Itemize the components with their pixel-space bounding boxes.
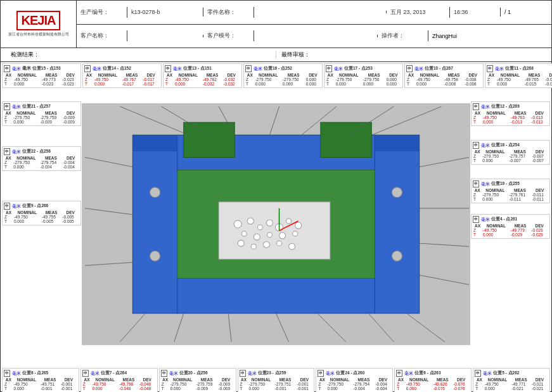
mm-label-pos16: 毫米 bbox=[254, 66, 262, 72]
mm-label-pos17: 毫米 bbox=[334, 66, 343, 72]
main-area: 申 毫米 毫米 位置15 - 点153 AXNOMINALMEASDEV Z-4… bbox=[1, 62, 551, 392]
pos14-table: AXNOMINALMEASDEV Z-49.750-49.767-0.017 T… bbox=[84, 73, 160, 86]
final-review-cell: 最终审核： bbox=[276, 51, 546, 59]
svg-point-24 bbox=[263, 241, 269, 248]
date-cell: 五月 23, 2013 bbox=[387, 7, 450, 18]
pos16-box: 申 毫米 位置16 - 点252 AXNOMINALMEASDEV Z-279.… bbox=[243, 63, 323, 88]
svg-rect-3 bbox=[375, 135, 419, 313]
pos16-table: AXNOMINALMEASDEV Z-279.750-279.7500.000 … bbox=[245, 73, 321, 86]
pos11-box: 申 毫米 位置11 - 点268 AXNOMINALMEASDEV Z-49.7… bbox=[485, 63, 552, 88]
pos10-table: AXNOMINALMEASDEV Z-49.750-49.758-0.008 T… bbox=[406, 73, 482, 86]
header-row-1: 生产编号： k13-0278-b 零件名称： 五月 23, 2013 16:36 bbox=[77, 1, 551, 25]
mm-label-pos15: 毫米 bbox=[12, 66, 21, 72]
logo-text: KEJIA bbox=[22, 13, 56, 28]
operator-label: 操作者： bbox=[382, 32, 404, 40]
pos21-box: 申 毫米 位置21 - 点257 AXNOMINALMEASDEV Z-279.… bbox=[2, 101, 81, 126]
pos15-title: 毫米 位置15 - 点153 bbox=[22, 66, 61, 72]
pos19-box: 申 毫米 位置19 - 点255 AXNOMINALMEASDEV Z-279.… bbox=[471, 179, 550, 203]
pos18-box: 申 毫米 位置18 - 点254 AXNOMINALMEASDEV Z-279.… bbox=[471, 140, 550, 165]
right-boxes: 申 毫米 位置12 - 点269 AXNOMINALMEASDEV Z-49.7… bbox=[471, 101, 550, 239]
customer-model-value-cell bbox=[254, 35, 378, 37]
pos13-title: 位置13 - 点151 bbox=[183, 66, 212, 72]
date-value: 五月 23, 2013 bbox=[390, 8, 426, 16]
pos17-box: 申 毫米 位置17 - 点253 AXNOMINALMEASDEV Z-279.… bbox=[324, 63, 403, 88]
part-name-value-cell bbox=[254, 11, 387, 13]
left-boxes: 申 毫米 位置21 - 点257 AXNOMINALMEASDEV Z-279.… bbox=[2, 101, 81, 225]
prod-no-value: k13-0278-b bbox=[131, 9, 160, 15]
main-page: KEJIA 浙江省台州市科佳模架制造有限公司 生产编号： k13-0278-b … bbox=[0, 0, 552, 392]
check-result-label: 检测结果： bbox=[11, 51, 39, 59]
pos11-table: AXNOMINALMEASDEV Z-49.750-49.765-0.015 T… bbox=[487, 73, 552, 86]
prod-no-value-cell: k13-0278-b bbox=[127, 8, 203, 16]
top-data-row: 申 毫米 毫米 位置15 - 点153 AXNOMINALMEASDEV Z-4… bbox=[1, 62, 551, 88]
operator-label-cell: 操作者： bbox=[378, 30, 428, 41]
viz-container bbox=[82, 101, 470, 347]
logo-sub: 浙江省台州市科佳模架制造有限公司 bbox=[8, 32, 69, 37]
svg-point-20 bbox=[279, 232, 286, 239]
pos14-box: 申 毫米 位置14 - 点152 AXNOMINALMEASDEV Z-49.7… bbox=[82, 63, 162, 88]
pos17-title: 位置17 - 点253 bbox=[344, 66, 373, 72]
pos8-box: 申 毫米 位置8 - 点265 AXNOMINALMEASDEV Z-49.75… bbox=[2, 368, 79, 392]
svg-point-21 bbox=[293, 231, 298, 236]
prod-no-label: 生产编号： bbox=[80, 8, 109, 16]
unit-badge-pos17: 申 bbox=[326, 65, 332, 72]
svg-point-32 bbox=[392, 251, 402, 261]
svg-rect-34 bbox=[375, 135, 419, 151]
svg-rect-7 bbox=[184, 122, 234, 157]
prod-no-label-cell: 生产编号： bbox=[77, 7, 127, 18]
svg-point-30 bbox=[150, 251, 160, 261]
operator-value: ZhangHui bbox=[432, 33, 457, 39]
pos10-title: 位置10 - 点267 bbox=[425, 66, 453, 72]
pos14-title: 位置14 - 点152 bbox=[103, 66, 131, 72]
pos22-box: 申 毫米 位置22 - 点258 AXNOMINALMEASDEV Z-279.… bbox=[2, 146, 81, 171]
mm-label-pos13: 毫米 bbox=[173, 66, 182, 72]
svg-point-12 bbox=[257, 225, 262, 230]
pos20-box: 申 毫米 位置20 - 点256 AXNOMINALMEASDEV Z-279.… bbox=[159, 368, 236, 392]
header-row-2: 客户名称： 客户模号： 操作者： ZhangHui bbox=[77, 25, 551, 48]
svg-point-26 bbox=[289, 243, 295, 250]
pos13-table: AXNOMINALMEASDEV Z-49.750-49.782-0.032 T… bbox=[165, 73, 240, 86]
header-info: 生产编号： k13-0278-b 零件名称： 五月 23, 2013 16:36 bbox=[77, 1, 551, 47]
svg-rect-9 bbox=[219, 202, 330, 259]
pos10-box: 申 毫米 位置10 - 点267 AXNOMINALMEASDEV Z-49.7… bbox=[404, 63, 484, 88]
customer-name-value-cell bbox=[127, 35, 203, 37]
svg-point-23 bbox=[251, 244, 256, 249]
pos16-title: 位置16 - 点252 bbox=[264, 66, 292, 72]
pos6-box: 申 毫米 位置6 - 点263 AXNOMINALMEASDEV Z-49.75… bbox=[394, 368, 472, 392]
svg-point-29 bbox=[150, 187, 160, 198]
pos5-box: 申 毫米 位置5 - 点262 AXNOMINALMEASDEV Z-49.75… bbox=[473, 368, 550, 392]
svg-rect-8 bbox=[321, 122, 371, 157]
unit-badge-pos11: 申 bbox=[487, 65, 493, 72]
customer-name-label: 客户名称： bbox=[80, 32, 109, 40]
svg-rect-33 bbox=[132, 135, 177, 151]
mm-label-pos14: 毫米 bbox=[93, 66, 101, 72]
logo-area: KEJIA 浙江省台州市科佳模架制造有限公司 bbox=[1, 1, 77, 47]
customer-model-label-cell: 客户模号： bbox=[203, 30, 254, 41]
part-name-label: 零件名称： bbox=[207, 8, 236, 16]
pos15-table: AXNOMINALMEASDEV Z-49.750-49.773-0.023 T… bbox=[4, 73, 79, 86]
corner-num: / 1 bbox=[504, 9, 511, 15]
svg-point-17 bbox=[241, 231, 247, 236]
svg-point-13 bbox=[266, 220, 273, 226]
pos7-box: 申 毫米 位置7 - 点264 AXNOMINALMEASDEV Z-49.75… bbox=[80, 368, 158, 392]
svg-point-10 bbox=[234, 220, 241, 228]
corner-num-cell: / 1 bbox=[501, 8, 551, 16]
mm-label-pos11: 毫米 bbox=[495, 66, 504, 72]
final-review-label: 最终审核： bbox=[281, 51, 310, 59]
pos13-box: 申 毫米 位置13 - 点151 AXNOMINALMEASDEV Z-49.7… bbox=[163, 63, 242, 88]
pos11-title: 位置11 - 点268 bbox=[505, 66, 534, 72]
header: KEJIA 浙江省台州市科佳模架制造有限公司 生产编号： k13-0278-b … bbox=[1, 1, 551, 48]
svg-rect-2 bbox=[132, 135, 177, 313]
time-value: 16:36 bbox=[454, 9, 468, 15]
part-name-label-cell: 零件名称： bbox=[203, 7, 254, 18]
customer-name-label-cell: 客户名称： bbox=[77, 30, 127, 41]
viz-svg bbox=[82, 101, 470, 347]
mm-label-pos10: 毫米 bbox=[414, 66, 423, 72]
time-cell: 16:36 bbox=[450, 8, 501, 16]
unit-badge-pos13: 申 bbox=[165, 65, 171, 72]
bottom-data-row: 申 毫米 位置8 - 点265 AXNOMINALMEASDEV Z-49.75… bbox=[2, 368, 550, 392]
unit-badge-pos10: 申 bbox=[406, 65, 413, 72]
pos17-table: AXNOMINALMEASDEV Z-279.750-279.7500.000 … bbox=[326, 73, 401, 86]
svg-point-31 bbox=[392, 187, 402, 198]
svg-point-11 bbox=[247, 218, 254, 224]
